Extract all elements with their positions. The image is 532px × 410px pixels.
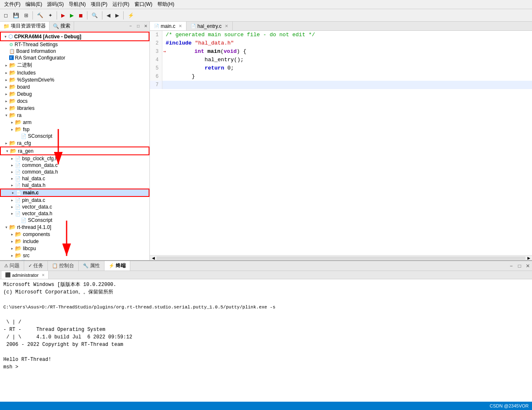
rt-src-expand: ▸ — [9, 253, 15, 258]
menu-window[interactable]: 窗口(W) — [132, 0, 155, 9]
tree-view[interactable]: ▾ ⬡ CPKRA6M4 [Active - Debug] ⚙ RT-Threa… — [0, 31, 149, 260]
menubar: 文件(F) 编辑(E) 源码(S) 导航(N) 项目(P) 运行(R) 窗口(W… — [0, 0, 532, 9]
include-folder-icon: 📂 — [15, 238, 22, 244]
menu-help[interactable]: 帮助(H) — [155, 0, 177, 9]
board-label: board — [17, 84, 30, 90]
tree-item-common-data-h[interactable]: ▸ 📄 common_data.h — [0, 169, 149, 175]
toolbar-search[interactable]: 🔍 — [89, 11, 100, 20]
tree-item-rtthread-folder[interactable]: ▾ 📂 rt-thread [4.1.0] — [0, 224, 149, 231]
sidebar-minimize-btn[interactable]: − — [127, 22, 134, 30]
menu-source[interactable]: 源码(S) — [45, 0, 66, 9]
tree-item-ra-smart[interactable]: 🅺 RA Smart Configurator — [0, 55, 149, 61]
tree-item-vector-data-c[interactable]: ▸ 📄 vector_data.c — [0, 204, 149, 210]
tree-item-ra-fsp[interactable]: ▸ 📂 fsp — [0, 126, 149, 133]
tree-item-vector-data-h[interactable]: ▸ 📄 vector_data.h — [0, 210, 149, 217]
hal-entry-tab-close[interactable]: ✕ — [225, 24, 228, 28]
tasks-icon: ✓ — [28, 263, 32, 268]
tree-item-board-info[interactable]: 📋 Board Information — [0, 48, 149, 55]
tree-item-ra-gen-sconscript[interactable]: 📄 SConscript — [0, 217, 149, 224]
sidebar-close-btn[interactable]: ✕ — [142, 22, 149, 30]
tree-item-ra-sconscript[interactable]: 📄 SConscript — [0, 133, 149, 139]
menu-file[interactable]: 文件(F) — [2, 0, 23, 9]
tree-item-include[interactable]: ▸ 📂 include — [0, 238, 149, 245]
rt-src-label: src — [23, 253, 30, 258]
line-num-5: 5 — [150, 64, 162, 72]
root-expand-icon: ▾ — [2, 35, 8, 39]
bottom-tab-terminal[interactable]: ⚡ 终端 — [104, 261, 130, 271]
line-num-3: 3 — [150, 47, 162, 56]
tree-item-main-c[interactable]: ▸ 📄 main.c — [0, 189, 149, 197]
toolbar-save-all[interactable]: ⊞ — [22, 11, 30, 20]
tree-item-ra-arm[interactable]: ▸ 📂 arm — [0, 119, 149, 126]
editor-tab-hal-entry[interactable]: 📄 hal_entry.c ✕ — [186, 22, 233, 30]
menu-project[interactable]: 项目(P) — [88, 0, 110, 9]
main-c-tab-close[interactable]: ✕ — [179, 24, 182, 28]
console-label: 控制台 — [59, 262, 74, 269]
tree-item-common-data-c[interactable]: ▸ 📄 common_data.c — [0, 162, 149, 169]
tree-root[interactable]: ▾ ⬡ CPKRA6M4 [Active - Debug] — [0, 32, 149, 41]
toolbar-build[interactable]: 🔨 — [35, 11, 45, 20]
pin-data-c-expand: ▸ — [9, 198, 15, 202]
tree-item-rt-src[interactable]: ▸ 📂 src — [0, 252, 149, 259]
bottom-tab-tasks[interactable]: ✓ 任务 — [24, 261, 48, 271]
terminal-content[interactable]: Microsoft Windows [版版本本 10.0.22000. (c) … — [0, 279, 532, 402]
bottom-tab-properties[interactable]: 🔧 属性 — [79, 261, 104, 271]
tree-item-debug[interactable]: ▸ 📂 Debug — [0, 90, 149, 97]
tree-item-hal-data-c[interactable]: ▸ 📄 hal_data.c — [0, 175, 149, 182]
tab-search[interactable]: 🔍 搜索 — [50, 22, 74, 30]
toolbar-clean[interactable]: ✦ — [46, 11, 55, 20]
arm-expand: ▸ — [9, 120, 15, 124]
code-editor[interactable]: 1 /* generated main source file - do not… — [150, 31, 532, 255]
toolbar-sep2 — [57, 11, 57, 20]
tree-item-ra[interactable]: ▾ 📂 ra — [0, 112, 149, 119]
editor-tab-main-c[interactable]: 📄 main.c ✕ — [150, 22, 186, 30]
toolbar-new[interactable]: ◻ — [2, 11, 10, 20]
tree-item-components[interactable]: ▸ 📂 components — [0, 231, 149, 238]
tree-item-ra-cfg[interactable]: ▸ 📂 ra_cfg — [0, 139, 149, 147]
toolbar-back[interactable]: ◀ — [104, 11, 112, 20]
toolbar-save[interactable]: 💾 — [11, 11, 21, 20]
bottom-close-btn[interactable]: ✕ — [524, 261, 532, 271]
tree-item-board[interactable]: ▸ 📂 board — [0, 83, 149, 90]
bottom-maximize-btn[interactable]: □ — [515, 261, 524, 271]
terminal-line-10 — [3, 348, 529, 356]
board-folder-icon: 📂 — [9, 84, 16, 90]
tasks-label: 任务 — [33, 262, 43, 269]
toolbar-run[interactable]: ▶ — [68, 11, 76, 20]
scroll-right-btn[interactable]: ▶ — [526, 256, 531, 260]
tree-item-libraries[interactable]: ▸ 📂 libraries — [0, 104, 149, 112]
tree-item-ra-gen[interactable]: ▾ 📂 ra_gen — [0, 147, 149, 155]
ra-sconscript-label: SConscript — [28, 133, 52, 139]
menu-run[interactable]: 运行(R) — [110, 0, 132, 9]
terminal-subtab-close[interactable]: ✕ — [42, 273, 45, 277]
bottom-tab-problems[interactable]: ⚠ 问题 — [0, 261, 24, 271]
libraries-expand: ▸ — [3, 106, 9, 110]
terminal-subtab-label: administrator — [12, 273, 39, 278]
menu-nav[interactable]: 导航(N) — [66, 0, 88, 9]
terminal-line-1: Microsoft Windows [版版本本 10.0.22000. — [3, 281, 529, 288]
tree-item-bsp-clock[interactable]: ▸ 📄 bsp_clock_cfg.h — [0, 155, 149, 162]
tree-item-hal-data-h[interactable]: ▸ 📄 hal_data.h — [0, 182, 149, 189]
scroll-track[interactable] — [157, 256, 525, 260]
scroll-left-btn[interactable]: ◀ — [151, 256, 156, 260]
sidebar-maximize-btn[interactable]: □ — [134, 22, 142, 30]
tree-item-includes[interactable]: ▸ 📂 Includes — [0, 69, 149, 76]
bottom-minimize-btn[interactable]: − — [507, 261, 515, 271]
tree-item-rtthread-settings[interactable]: ⚙ RT-Thread Settings — [0, 41, 149, 48]
tree-item-libcpu[interactable]: ▸ 📂 libcpu — [0, 245, 149, 252]
menu-edit[interactable]: 编辑(E) — [23, 0, 45, 9]
editor-scrollbar-h[interactable]: ◀ ▶ — [150, 255, 532, 260]
common-data-c-icon: 📄 — [15, 163, 21, 168]
tree-item-systemdrive[interactable]: ▸ 📂 %SystemDrive% — [0, 76, 149, 83]
tree-item-docs[interactable]: ▸ 📂 docs — [0, 97, 149, 104]
toolbar-stop[interactable]: ◼ — [77, 11, 85, 20]
tree-item-binary[interactable]: ▸ 📂 二进制 — [0, 61, 149, 69]
toolbar-connect[interactable]: ⚡ — [126, 11, 136, 20]
tree-item-pin-data-c[interactable]: ▸ 📄 pin_data.c — [0, 197, 149, 204]
fsp-label: fsp — [23, 127, 30, 132]
bottom-tab-console[interactable]: 📋 控制台 — [48, 261, 79, 271]
terminal-subtab-admin[interactable]: ⬛ administrator ✕ — [2, 271, 49, 279]
toolbar-debug[interactable]: ▶ — [59, 11, 67, 20]
toolbar-forward[interactable]: ▶ — [113, 11, 121, 20]
tab-project-explorer[interactable]: 📁 项目资源管理器 — [0, 22, 50, 30]
